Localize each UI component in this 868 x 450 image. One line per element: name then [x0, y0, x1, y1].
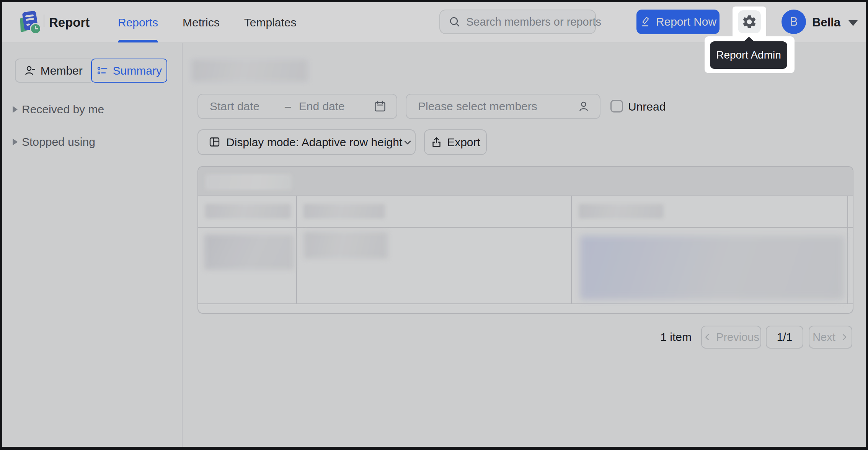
tooltip-spotlight: Report Admin [705, 36, 795, 73]
window-frame: Report Reports Metrics Templates Search … [0, 0, 868, 450]
settings-button[interactable] [738, 10, 761, 33]
tooltip-caret-icon [744, 37, 754, 42]
tooltip-label: Report Admin [716, 49, 781, 61]
report-app-page: Report Reports Metrics Templates Search … [2, 2, 866, 447]
gear-icon [741, 14, 757, 30]
report-admin-tooltip: Report Admin [710, 41, 787, 69]
settings-spotlight [733, 7, 766, 39]
